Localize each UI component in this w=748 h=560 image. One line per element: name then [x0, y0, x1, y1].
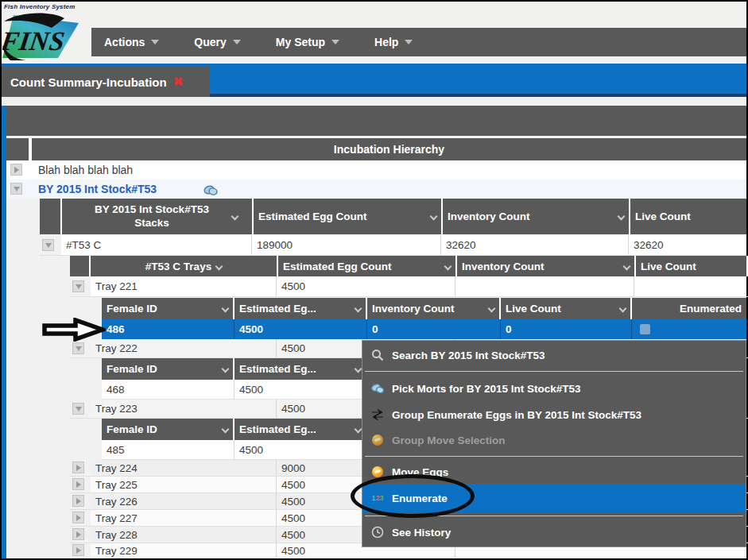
- tree-row-blah[interactable]: Blah blah blah blah: [6, 160, 746, 180]
- live-cell[interactable]: 0: [501, 319, 632, 339]
- tray-name-cell[interactable]: Tray 221: [91, 276, 277, 296]
- female-id-cell[interactable]: 486: [102, 319, 234, 339]
- stack-estimated-cell[interactable]: 189000: [252, 235, 441, 255]
- live-count-header[interactable]: Live Count: [501, 298, 630, 319]
- tab-count-summary-incubation[interactable]: Count Summary-Incubation ✖: [2, 67, 210, 97]
- estimated-egg-header[interactable]: Estimated Eg...: [234, 358, 366, 380]
- menu-actions[interactable]: Actions: [104, 36, 159, 48]
- expand-icon[interactable]: [72, 528, 84, 540]
- live-count-header[interactable]: Live Count: [630, 199, 746, 234]
- expand-icon[interactable]: [10, 164, 22, 176]
- collapse-icon[interactable]: [72, 280, 84, 292]
- menu-item-group-enumerate[interactable]: Group Enumerate Eggs in BY 2015 Int Stoc…: [362, 402, 746, 427]
- expand-icon[interactable]: [72, 462, 84, 473]
- expanded-arrow-icon: [76, 407, 82, 411]
- female-id-header[interactable]: Female ID: [102, 358, 233, 380]
- stack-live-cell[interactable]: 32620: [629, 235, 746, 255]
- estimated-egg-count-header[interactable]: Estimated Egg Count: [254, 199, 441, 234]
- tray-inventory-cell[interactable]: [455, 276, 634, 296]
- header-label: #T53 C Trays: [145, 261, 211, 272]
- expand-icon[interactable]: [72, 544, 84, 556]
- chevron-down-icon[interactable]: [355, 426, 362, 434]
- menu-item-search[interactable]: Search BY 2015 Int Stock#T53: [362, 342, 746, 368]
- estimated-egg-header[interactable]: Estimated Eg...: [234, 298, 366, 319]
- enumerated-header[interactable]: Enumerated: [632, 298, 746, 319]
- trays-column-header[interactable]: #T53 C Trays: [91, 256, 277, 276]
- annotation-arrow: [42, 318, 106, 342]
- menu-item-label: Group Enumerate Eggs in BY 2015 Int Stoc…: [392, 409, 641, 421]
- chevron-down-icon[interactable]: [444, 262, 452, 270]
- inventory-count-header[interactable]: Inventory Count: [457, 256, 634, 276]
- inventory-count-header[interactable]: Inventory Count: [367, 298, 499, 319]
- female-id-header[interactable]: Female ID: [102, 419, 233, 440]
- female-id-cell[interactable]: 468: [102, 380, 234, 399]
- collapse-icon[interactable]: [72, 403, 84, 415]
- move-ball-icon: [370, 466, 385, 477]
- collapse-icon[interactable]: [42, 239, 54, 251]
- estimated-cell[interactable]: 4500: [234, 440, 367, 459]
- chevron-down-icon[interactable]: [488, 305, 496, 313]
- stacks-column-header[interactable]: BY 2015 Int Stock#T53 Stacks: [62, 199, 252, 234]
- stack-row-t53c[interactable]: #T53 C 189000 32620 32620: [40, 235, 746, 256]
- dropdown-arrow-icon: [405, 40, 413, 44]
- stock-link-label[interactable]: BY 2015 Int Stock#T53: [6, 180, 157, 199]
- estimated-cell[interactable]: 4500: [234, 319, 367, 339]
- stack-inventory-cell[interactable]: 32620: [441, 235, 629, 255]
- tray-name-cell[interactable]: Tray 225: [91, 477, 277, 492]
- estimated-egg-count-header[interactable]: Estimated Egg Count: [278, 256, 455, 276]
- tray-live-cell[interactable]: [634, 276, 746, 296]
- estimated-egg-header[interactable]: Estimated Eg...: [234, 419, 366, 440]
- live-count-header[interactable]: Live Count: [636, 256, 746, 276]
- tray-row-221[interactable]: Tray 221 4500: [70, 276, 748, 297]
- female-id-cell[interactable]: 485: [102, 440, 234, 459]
- chevron-down-icon[interactable]: [430, 213, 438, 221]
- menu-item-label: Pick Morts for BY 2015 Int Stock#T53: [392, 383, 581, 395]
- collapsed-arrow-icon: [76, 547, 81, 554]
- chevron-down-icon[interactable]: [231, 213, 239, 221]
- trays-header-gutter: [70, 256, 89, 276]
- tray-name-cell[interactable]: Tray 229: [91, 543, 277, 558]
- tray-name-cell[interactable]: Tray 223: [91, 400, 277, 418]
- chevron-down-icon[interactable]: [222, 305, 230, 313]
- chevron-down-icon[interactable]: [619, 305, 627, 313]
- chevron-down-icon[interactable]: [222, 426, 230, 434]
- menu-help[interactable]: Help: [374, 36, 413, 48]
- inventory-count-header[interactable]: Inventory Count: [443, 199, 629, 234]
- stacks-header-label: BY 2015 Int Stock#T53 Stacks: [76, 203, 227, 230]
- expand-icon[interactable]: [72, 495, 84, 507]
- chevron-down-icon[interactable]: [623, 262, 631, 270]
- tray-name-cell[interactable]: Tray 224: [91, 460, 277, 476]
- female-row-486-selected[interactable]: 486 4500 0 0: [102, 319, 746, 339]
- tray-name-cell[interactable]: Tray 228: [91, 527, 277, 543]
- menu-my-setup[interactable]: My Setup: [276, 36, 339, 48]
- menu-query-label: Query: [194, 36, 226, 48]
- header-label: Live Count: [635, 210, 742, 222]
- chevron-down-icon[interactable]: [222, 365, 230, 373]
- tree-row-stock[interactable]: BY 2015 Int Stock#T53: [6, 180, 746, 199]
- menu-item-pick-morts[interactable]: Pick Morts for BY 2015 Int Stock#T53: [362, 375, 746, 402]
- tray-name-cell[interactable]: Tray 227: [91, 510, 277, 526]
- tray-estimated-cell[interactable]: 4500: [277, 276, 455, 296]
- expanded-arrow-icon: [14, 187, 20, 191]
- collapse-icon[interactable]: [10, 183, 22, 195]
- chevron-down-icon[interactable]: [215, 262, 223, 270]
- tray-name-cell[interactable]: Tray 222: [91, 339, 277, 357]
- chevron-down-icon[interactable]: [355, 305, 362, 313]
- estimated-cell[interactable]: 4500: [234, 380, 367, 399]
- collapse-icon[interactable]: [72, 342, 84, 354]
- female-id-header[interactable]: Female ID: [102, 298, 233, 319]
- menu-query[interactable]: Query: [194, 36, 240, 48]
- enumerated-checkbox[interactable]: [640, 324, 650, 334]
- chevron-down-icon[interactable]: [618, 213, 626, 221]
- expanded-arrow-icon: [76, 284, 82, 289]
- chevron-down-icon[interactable]: [355, 365, 362, 373]
- menu-item-see-history[interactable]: See History: [362, 519, 746, 545]
- header-label: Female ID: [107, 303, 218, 315]
- tray-row-gutter: [70, 527, 91, 543]
- tab-close-icon[interactable]: ✖: [173, 75, 184, 89]
- inventory-cell[interactable]: 0: [367, 319, 501, 339]
- expand-icon[interactable]: [72, 512, 84, 523]
- tray-name-cell[interactable]: Tray 226: [91, 493, 277, 509]
- expand-icon[interactable]: [72, 478, 84, 490]
- stack-name-cell[interactable]: #T53 C: [61, 235, 252, 255]
